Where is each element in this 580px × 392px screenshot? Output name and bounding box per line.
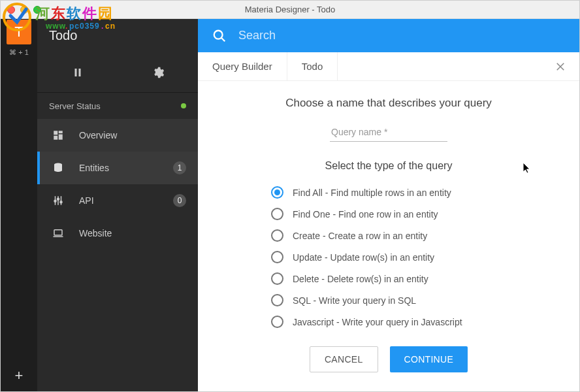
radio-sql[interactable]: SQL - Write your query in SQL — [271, 294, 506, 306]
server-status-label: Server Status — [49, 101, 101, 111]
continue-button[interactable]: CONTINUE — [390, 346, 468, 372]
entities-count-badge: 1 — [173, 161, 186, 174]
svg-rect-16 — [54, 136, 57, 140]
svg-point-18 — [54, 200, 56, 202]
search-icon — [212, 29, 227, 43]
rail-header: T ⌘ + 1 — [1, 19, 37, 52]
svg-point-20 — [60, 201, 62, 203]
project-shortcut: ⌘ + 1 — [9, 48, 29, 57]
app-window: Materia Designer - Todo 河 东 软 件 园 www . … — [0, 0, 580, 392]
svg-rect-12 — [78, 69, 80, 76]
radio-label: Delete - Delete row(s) in an entity — [293, 274, 428, 284]
cancel-button[interactable]: CANCEL — [310, 346, 378, 372]
sidebar: Todo Server Status Overview — [37, 19, 198, 391]
left-rail: T ⌘ + 1 + — [1, 19, 37, 391]
radio-icon — [271, 316, 283, 328]
radio-icon — [271, 186, 283, 199]
radio-label: SQL - Write your query in SQL — [293, 295, 416, 306]
svg-rect-15 — [59, 135, 63, 140]
sidebar-item-api[interactable]: API 0 — [37, 184, 198, 217]
sidebar-item-label: Overview — [79, 130, 117, 140]
svg-rect-13 — [54, 131, 57, 135]
panel-subheading: Select the type of the query — [224, 160, 553, 172]
tab-query-builder[interactable]: Query Builder — [198, 52, 287, 80]
sidebar-nav: Overview Entities 1 API 0 — [37, 119, 198, 250]
radio-update[interactable]: Update - Update row(s) in an entity — [271, 251, 506, 263]
svg-point-19 — [57, 198, 59, 200]
query-builder-panel: Choose a name that describes your query … — [198, 81, 579, 391]
radio-icon — [271, 229, 283, 242]
sidebar-item-website[interactable]: Website — [37, 217, 198, 250]
radio-create[interactable]: Create - Create a row in an entity — [271, 229, 506, 242]
titlebar: Materia Designer - Todo — [1, 1, 579, 19]
radio-javascript[interactable]: Javascript - Write your query in Javascr… — [271, 316, 506, 328]
radio-label: Update - Update row(s) in an entity — [293, 252, 434, 263]
window-title: Materia Designer - Todo — [1, 5, 579, 14]
radio-find-all[interactable]: Find All - Find multiple rows in an enti… — [271, 186, 506, 199]
search-bar — [198, 19, 579, 52]
svg-rect-14 — [59, 131, 63, 133]
sidebar-item-label: Website — [79, 228, 112, 238]
radio-label: Find One - Find one row in an entity — [293, 209, 438, 220]
main-area: Query Builder Todo Choose a name that de… — [198, 19, 579, 391]
radio-label: Javascript - Write your query in Javascr… — [293, 317, 462, 327]
status-dot-icon — [181, 103, 186, 108]
radio-icon — [271, 208, 283, 220]
svg-rect-11 — [74, 69, 76, 76]
database-icon — [52, 162, 65, 174]
radio-delete[interactable]: Delete - Delete row(s) in an entity — [271, 272, 506, 285]
add-project-button[interactable]: + — [1, 360, 37, 391]
radio-label: Create - Create a row in an entity — [293, 231, 427, 241]
radio-icon — [271, 294, 283, 306]
sidebar-item-label: Entities — [79, 163, 109, 173]
project-tile[interactable]: T — [7, 20, 31, 44]
sliders-icon — [52, 195, 65, 206]
gear-icon[interactable] — [151, 65, 165, 80]
server-status: Server Status — [37, 93, 198, 119]
sidebar-item-entities[interactable]: Entities 1 — [37, 152, 198, 184]
sidebar-item-label: API — [79, 195, 94, 206]
tab-bar: Query Builder Todo — [198, 52, 579, 81]
api-count-badge: 0 — [173, 194, 186, 207]
sidebar-item-overview[interactable]: Overview — [37, 119, 198, 152]
query-name-input[interactable] — [330, 123, 447, 142]
radio-icon — [271, 272, 283, 285]
sidebar-actions — [37, 52, 198, 93]
svg-rect-21 — [54, 230, 62, 235]
dashboard-icon — [52, 129, 65, 141]
panel-heading: Choose a name that describes your query — [224, 97, 553, 110]
panel-buttons: CANCEL CONTINUE — [224, 346, 553, 372]
svg-point-22 — [214, 30, 223, 39]
radio-find-one[interactable]: Find One - Find one row in an entity — [271, 208, 506, 220]
laptop-icon — [52, 227, 65, 239]
pause-icon[interactable] — [71, 65, 85, 80]
tab-current-entity[interactable]: Todo — [287, 52, 338, 80]
search-input[interactable] — [238, 29, 565, 42]
query-type-radios: Find All - Find multiple rows in an enti… — [271, 186, 506, 328]
close-panel-button[interactable] — [541, 52, 579, 80]
radio-label: Find All - Find multiple rows in an enti… — [293, 188, 451, 198]
radio-icon — [271, 251, 283, 263]
app-name: Todo — [37, 19, 198, 52]
